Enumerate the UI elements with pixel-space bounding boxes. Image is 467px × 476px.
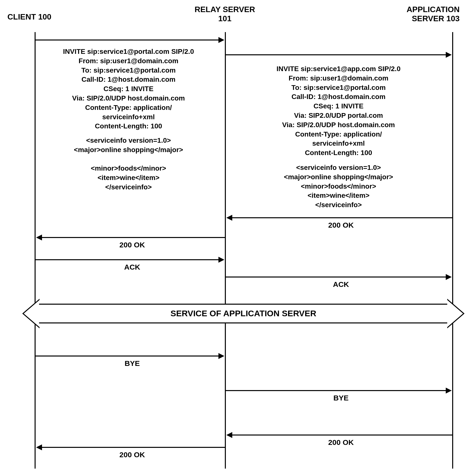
- invite2-xml: <serviceinfo version=1.0> <major>online …: [232, 163, 445, 210]
- arrow-200ok-ar: [232, 217, 452, 218]
- arrowhead-invite-ra: [446, 52, 452, 58]
- label-200ok-ar: 200 OK: [242, 221, 440, 229]
- arrowhead-200ok-ar: [226, 215, 232, 221]
- service-arrow: SERVICE OF APPLICATION SERVER: [22, 299, 465, 328]
- invite1-xml: <serviceinfo version=1.0> <major>online …: [42, 136, 215, 192]
- label-bye-cr: BYE: [37, 359, 227, 368]
- arrow-200ok-bye-ar: [232, 435, 452, 436]
- app-label: APPLICATION SERVER 103: [395, 5, 460, 23]
- arrowhead-bye-ra: [446, 388, 452, 394]
- label-ack-cr: ACK: [37, 263, 227, 271]
- arrowhead-200ok-bye-rc: [36, 444, 42, 450]
- label-200ok-rc: 200 OK: [37, 241, 227, 249]
- arrowhead-200ok-rc: [36, 235, 42, 240]
- client-lifeline: [35, 32, 36, 469]
- label-ack-ra: ACK: [242, 280, 440, 289]
- invite2-header: INVITE sip:service1@app.com SIP/2.0 From…: [232, 64, 445, 158]
- relay-label: RELAY SERVER 101: [190, 5, 259, 23]
- arrowhead-bye-cr: [218, 353, 224, 359]
- arrowhead-ack-ra: [446, 274, 452, 280]
- app-lifeline: [452, 32, 453, 469]
- relay-lifeline: [225, 32, 226, 469]
- invite1-header: INVITE sip:service1@portal.com SIP/2.0 F…: [42, 47, 215, 131]
- client-label: CLIENT 100: [7, 12, 51, 21]
- arrow-bye-cr: [36, 356, 218, 357]
- label-200ok-bye-rc: 200 OK: [37, 451, 227, 459]
- service-label: SERVICE OF APPLICATION SERVER: [22, 309, 465, 318]
- arrow-200ok-rc: [42, 237, 225, 238]
- arrow-invite-cr: [36, 40, 218, 40]
- arrowhead-invite-cr: [218, 37, 224, 43]
- label-200ok-bye-ar: 200 OK: [242, 438, 440, 447]
- arrow-invite-ra: [226, 54, 446, 55]
- arrowhead-200ok-bye-ar: [226, 432, 232, 438]
- arrow-ack-ra: [226, 277, 446, 278]
- arrowhead-ack-cr: [218, 257, 224, 263]
- label-bye-ra: BYE: [242, 394, 440, 402]
- arrow-ack-cr: [36, 259, 218, 260]
- arrow-bye-ra: [226, 390, 446, 391]
- arrow-200ok-bye-rc: [42, 447, 225, 448]
